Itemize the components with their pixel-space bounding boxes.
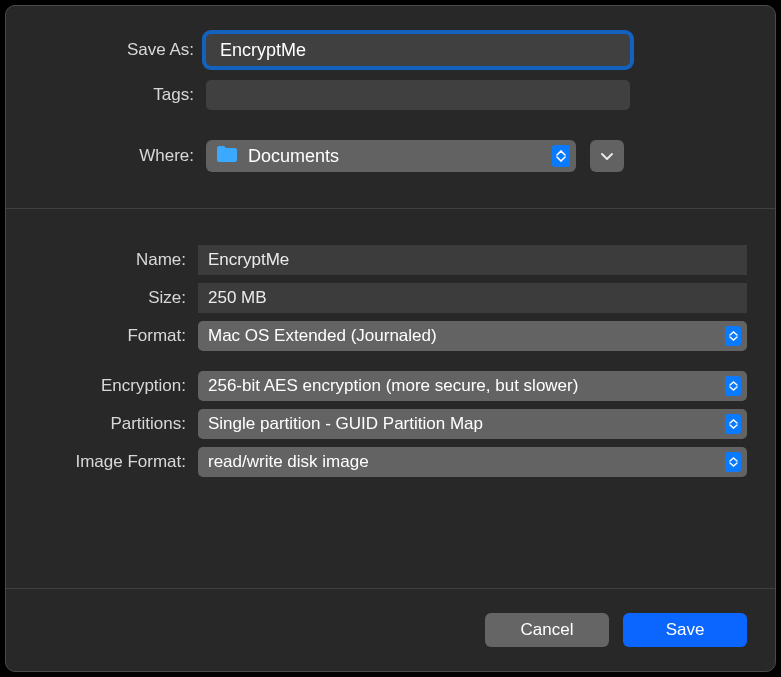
- size-row: Size:: [34, 283, 747, 313]
- format-row: Format: Mac OS Extended (Journaled): [34, 321, 747, 351]
- updown-icon: [552, 145, 570, 167]
- partitions-select[interactable]: Single partition - GUID Partition Map: [198, 409, 747, 439]
- chevron-down-icon: [600, 149, 614, 164]
- updown-icon: [725, 452, 741, 472]
- encryption-row: Encryption: 256-bit AES encryption (more…: [34, 371, 747, 401]
- expand-button[interactable]: [590, 140, 624, 172]
- partitions-row: Partitions: Single partition - GUID Part…: [34, 409, 747, 439]
- encryption-select[interactable]: 256-bit AES encryption (more secure, but…: [198, 371, 747, 401]
- format-label: Format:: [34, 326, 198, 346]
- where-select[interactable]: Documents: [206, 140, 576, 172]
- encryption-selected: 256-bit AES encryption (more secure, but…: [208, 376, 725, 396]
- image-settings-section: Name: Size: Format: Mac OS Extended (Jou…: [6, 208, 775, 588]
- tags-input[interactable]: [206, 80, 630, 110]
- encryption-label: Encryption:: [34, 376, 198, 396]
- image-format-label: Image Format:: [34, 452, 198, 472]
- updown-icon: [725, 376, 741, 396]
- tags-label: Tags:: [34, 85, 206, 105]
- save-button[interactable]: Save: [623, 613, 747, 647]
- where-selected: Documents: [248, 146, 552, 167]
- dialog-footer: Cancel Save: [6, 588, 775, 671]
- name-label: Name:: [34, 250, 198, 270]
- format-select[interactable]: Mac OS Extended (Journaled): [198, 321, 747, 351]
- cancel-button[interactable]: Cancel: [485, 613, 609, 647]
- image-format-selected: read/write disk image: [208, 452, 725, 472]
- tags-row: Tags:: [34, 80, 747, 110]
- save-as-row: Save As:: [34, 34, 747, 66]
- updown-icon: [725, 326, 741, 346]
- size-input[interactable]: [198, 283, 747, 313]
- size-label: Size:: [34, 288, 198, 308]
- where-row: Where: Documents: [34, 140, 747, 172]
- save-dialog: Save As: Tags: Where: Documents: [5, 5, 776, 672]
- name-row: Name:: [34, 245, 747, 275]
- image-format-row: Image Format: read/write disk image: [34, 447, 747, 477]
- name-input[interactable]: [198, 245, 747, 275]
- image-format-select[interactable]: read/write disk image: [198, 447, 747, 477]
- save-section: Save As: Tags: Where: Documents: [6, 6, 775, 208]
- format-selected: Mac OS Extended (Journaled): [208, 326, 725, 346]
- save-as-input[interactable]: [206, 34, 630, 66]
- partitions-label: Partitions:: [34, 414, 198, 434]
- partitions-selected: Single partition - GUID Partition Map: [208, 414, 725, 434]
- where-label: Where:: [34, 146, 206, 166]
- updown-icon: [725, 414, 741, 434]
- save-as-label: Save As:: [34, 40, 206, 60]
- folder-icon: [216, 145, 248, 168]
